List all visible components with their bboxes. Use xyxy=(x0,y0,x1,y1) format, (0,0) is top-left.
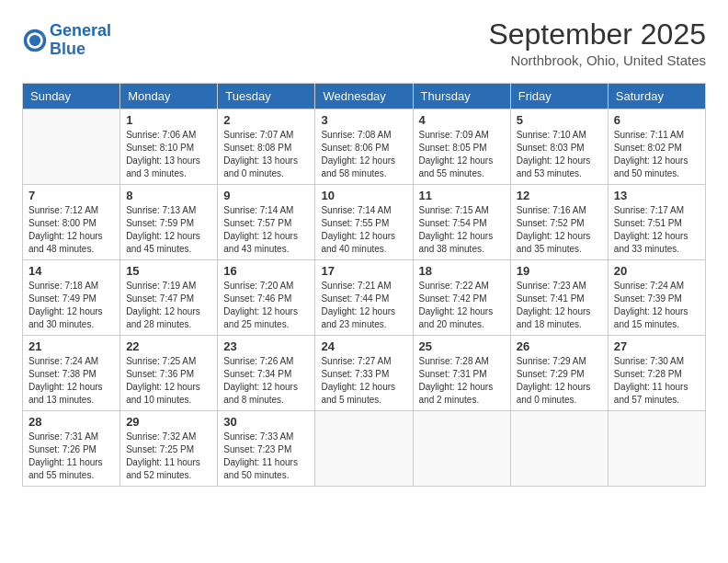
day-info: Sunrise: 7:28 AMSunset: 7:31 PMDaylight:… xyxy=(419,355,505,407)
calendar-cell-w0d1: 1Sunrise: 7:06 AMSunset: 8:10 PMDaylight… xyxy=(120,109,218,185)
day-number: 22 xyxy=(126,339,211,353)
day-info: Sunrise: 7:30 AMSunset: 7:28 PMDaylight:… xyxy=(614,355,700,407)
logo: GeneralBlue xyxy=(22,22,111,59)
calendar-cell-w2d5: 19Sunrise: 7:23 AMSunset: 7:41 PMDayligh… xyxy=(510,260,608,336)
calendar-cell-w2d4: 18Sunrise: 7:22 AMSunset: 7:42 PMDayligh… xyxy=(413,260,510,336)
day-info: Sunrise: 7:24 AMSunset: 7:38 PMDaylight:… xyxy=(28,355,114,407)
day-info: Sunrise: 7:11 AMSunset: 8:02 PMDaylight:… xyxy=(614,129,700,180)
day-info: Sunrise: 7:20 AMSunset: 7:46 PMDaylight:… xyxy=(223,280,309,331)
day-number: 6 xyxy=(614,113,700,127)
day-info: Sunrise: 7:13 AMSunset: 7:59 PMDaylight:… xyxy=(126,204,211,256)
day-number: 26 xyxy=(517,339,602,353)
day-number: 29 xyxy=(126,415,211,429)
calendar-cell-w4d1: 29Sunrise: 7:32 AMSunset: 7:25 PMDayligh… xyxy=(120,411,218,487)
day-number: 8 xyxy=(126,189,211,202)
day-info: Sunrise: 7:09 AMSunset: 8:05 PMDaylight:… xyxy=(419,129,505,180)
day-info: Sunrise: 7:07 AMSunset: 8:08 PMDaylight:… xyxy=(223,129,309,180)
calendar-cell-w3d1: 22Sunrise: 7:25 AMSunset: 7:36 PMDayligh… xyxy=(120,336,218,411)
weekday-header-friday: Friday xyxy=(510,84,608,109)
day-number: 15 xyxy=(126,264,211,278)
day-number: 23 xyxy=(223,339,309,353)
day-number: 2 xyxy=(223,113,309,127)
calendar-cell-w4d5 xyxy=(510,411,608,487)
day-number: 18 xyxy=(419,264,505,278)
month-title: September 2025 xyxy=(22,18,706,51)
calendar-cell-w2d0: 14Sunrise: 7:18 AMSunset: 7:49 PMDayligh… xyxy=(23,260,120,336)
svg-point-2 xyxy=(29,35,40,46)
day-info: Sunrise: 7:12 AMSunset: 8:00 PMDaylight:… xyxy=(28,204,114,256)
day-number: 13 xyxy=(614,189,700,202)
calendar-cell-w1d5: 12Sunrise: 7:16 AMSunset: 7:52 PMDayligh… xyxy=(510,185,608,260)
calendar-cell-w0d0 xyxy=(23,109,120,185)
day-number: 24 xyxy=(321,339,406,353)
day-info: Sunrise: 7:33 AMSunset: 7:23 PMDaylight:… xyxy=(223,431,309,482)
calendar-cell-w4d2: 30Sunrise: 7:33 AMSunset: 7:23 PMDayligh… xyxy=(218,411,315,487)
calendar-cell-w4d6 xyxy=(608,411,705,487)
day-info: Sunrise: 7:26 AMSunset: 7:34 PMDaylight:… xyxy=(223,355,309,407)
weekday-header-sunday: Sunday xyxy=(23,84,120,109)
calendar-cell-w3d6: 27Sunrise: 7:30 AMSunset: 7:28 PMDayligh… xyxy=(608,336,705,411)
weekday-header-monday: Monday xyxy=(120,84,218,109)
calendar-cell-w4d3 xyxy=(315,411,413,487)
day-number: 4 xyxy=(419,113,505,127)
day-number: 5 xyxy=(517,113,602,127)
weekday-header-saturday: Saturday xyxy=(608,84,705,109)
day-info: Sunrise: 7:29 AMSunset: 7:29 PMDaylight:… xyxy=(517,355,602,407)
day-info: Sunrise: 7:17 AMSunset: 7:51 PMDaylight:… xyxy=(614,204,700,256)
day-info: Sunrise: 7:10 AMSunset: 8:03 PMDaylight:… xyxy=(517,129,602,180)
day-info: Sunrise: 7:27 AMSunset: 7:33 PMDaylight:… xyxy=(321,355,406,407)
day-number: 17 xyxy=(321,264,406,278)
calendar-cell-w2d6: 20Sunrise: 7:24 AMSunset: 7:39 PMDayligh… xyxy=(608,260,705,336)
calendar-table: SundayMondayTuesdayWednesdayThursdayFrid… xyxy=(22,83,706,487)
day-number: 21 xyxy=(28,339,114,353)
day-info: Sunrise: 7:31 AMSunset: 7:26 PMDaylight:… xyxy=(28,431,114,482)
day-info: Sunrise: 7:21 AMSunset: 7:44 PMDaylight:… xyxy=(321,280,406,331)
day-number: 11 xyxy=(419,189,505,202)
day-info: Sunrise: 7:25 AMSunset: 7:36 PMDaylight:… xyxy=(126,355,211,407)
day-info: Sunrise: 7:23 AMSunset: 7:41 PMDaylight:… xyxy=(517,280,602,331)
calendar-cell-w3d2: 23Sunrise: 7:26 AMSunset: 7:34 PMDayligh… xyxy=(218,336,315,411)
calendar-cell-w2d2: 16Sunrise: 7:20 AMSunset: 7:46 PMDayligh… xyxy=(218,260,315,336)
calendar-cell-w2d3: 17Sunrise: 7:21 AMSunset: 7:44 PMDayligh… xyxy=(315,260,413,336)
calendar-cell-w2d1: 15Sunrise: 7:19 AMSunset: 7:47 PMDayligh… xyxy=(120,260,218,336)
day-number: 1 xyxy=(126,113,211,127)
day-info: Sunrise: 7:24 AMSunset: 7:39 PMDaylight:… xyxy=(614,280,700,331)
calendar-cell-w4d4 xyxy=(413,411,510,487)
day-number: 27 xyxy=(614,339,700,353)
day-number: 20 xyxy=(614,264,700,278)
day-number: 7 xyxy=(28,189,114,202)
day-info: Sunrise: 7:06 AMSunset: 8:10 PMDaylight:… xyxy=(126,129,211,180)
calendar-cell-w3d0: 21Sunrise: 7:24 AMSunset: 7:38 PMDayligh… xyxy=(23,336,120,411)
location: Northbrook, Ohio, United States xyxy=(22,52,706,68)
day-info: Sunrise: 7:16 AMSunset: 7:52 PMDaylight:… xyxy=(517,204,602,256)
weekday-header-tuesday: Tuesday xyxy=(218,84,315,109)
calendar-cell-w0d3: 3Sunrise: 7:08 AMSunset: 8:06 PMDaylight… xyxy=(315,109,413,185)
calendar-cell-w1d3: 10Sunrise: 7:14 AMSunset: 7:55 PMDayligh… xyxy=(315,185,413,260)
page-header: September 2025 Northbrook, Ohio, United … xyxy=(22,18,706,68)
day-info: Sunrise: 7:14 AMSunset: 7:57 PMDaylight:… xyxy=(223,204,309,256)
weekday-header-thursday: Thursday xyxy=(413,84,510,109)
calendar-cell-w4d0: 28Sunrise: 7:31 AMSunset: 7:26 PMDayligh… xyxy=(23,411,120,487)
calendar-cell-w3d5: 26Sunrise: 7:29 AMSunset: 7:29 PMDayligh… xyxy=(510,336,608,411)
calendar-cell-w3d3: 24Sunrise: 7:27 AMSunset: 7:33 PMDayligh… xyxy=(315,336,413,411)
calendar-cell-w1d2: 9Sunrise: 7:14 AMSunset: 7:57 PMDaylight… xyxy=(218,185,315,260)
day-number: 30 xyxy=(223,415,309,429)
calendar-cell-w3d4: 25Sunrise: 7:28 AMSunset: 7:31 PMDayligh… xyxy=(413,336,510,411)
calendar-cell-w1d6: 13Sunrise: 7:17 AMSunset: 7:51 PMDayligh… xyxy=(608,185,705,260)
calendar-cell-w0d4: 4Sunrise: 7:09 AMSunset: 8:05 PMDaylight… xyxy=(413,109,510,185)
day-number: 25 xyxy=(419,339,505,353)
weekday-header-wednesday: Wednesday xyxy=(315,84,413,109)
day-number: 19 xyxy=(517,264,602,278)
calendar-cell-w1d1: 8Sunrise: 7:13 AMSunset: 7:59 PMDaylight… xyxy=(120,185,218,260)
day-number: 3 xyxy=(321,113,406,127)
day-info: Sunrise: 7:15 AMSunset: 7:54 PMDaylight:… xyxy=(419,204,505,256)
day-info: Sunrise: 7:19 AMSunset: 7:47 PMDaylight:… xyxy=(126,280,211,331)
day-number: 16 xyxy=(223,264,309,278)
day-info: Sunrise: 7:18 AMSunset: 7:49 PMDaylight:… xyxy=(28,280,114,331)
day-number: 9 xyxy=(223,189,309,202)
calendar-cell-w0d5: 5Sunrise: 7:10 AMSunset: 8:03 PMDaylight… xyxy=(510,109,608,185)
day-info: Sunrise: 7:14 AMSunset: 7:55 PMDaylight:… xyxy=(321,204,406,256)
day-number: 12 xyxy=(517,189,602,202)
logo-text: GeneralBlue xyxy=(50,22,111,59)
day-info: Sunrise: 7:08 AMSunset: 8:06 PMDaylight:… xyxy=(321,129,406,180)
